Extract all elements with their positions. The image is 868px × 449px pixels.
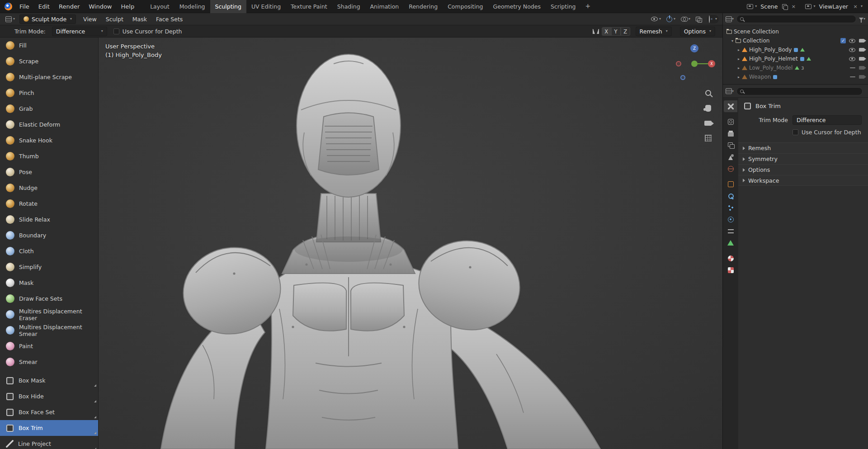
blender-logo-icon[interactable] — [5, 3, 12, 10]
workspace-tab-animation[interactable]: Animation — [365, 0, 404, 13]
tool-draw-face-sets[interactable]: Draw Face Sets — [0, 291, 98, 307]
trim-mode-dropdown[interactable]: Difference ▾ — [52, 27, 107, 36]
new-scene-icon[interactable] — [782, 4, 787, 9]
tool-box-trim[interactable]: Box Trim — [0, 420, 98, 436]
tab-tool[interactable] — [724, 100, 737, 112]
use-cursor-depth-checkbox[interactable] — [113, 28, 119, 34]
workspace-tab-uv-editing[interactable]: UV Editing — [246, 0, 286, 13]
editor-type-selector[interactable]: ▾ — [4, 16, 17, 22]
disclosure-icon[interactable]: ▸ — [736, 48, 742, 52]
workspace-tab-compositing[interactable]: Compositing — [443, 0, 488, 13]
disclosure-icon[interactable]: ▸ — [736, 66, 742, 70]
tab-texture[interactable] — [724, 264, 737, 276]
shading-solid-toggle[interactable] — [711, 18, 712, 20]
shading-wireframe-toggle[interactable] — [709, 16, 710, 23]
outliner-row-high-poly-helmet[interactable]: ▸ High_Poly_Helmet — [723, 54, 868, 63]
gizmo-neg-z-axis[interactable] — [680, 75, 685, 80]
hide-in-viewport-eye-icon[interactable] — [849, 48, 855, 52]
trim-mode-dropdown[interactable]: Difference — [793, 115, 862, 125]
options-dropdown[interactable]: Options ▾ — [680, 27, 715, 36]
workspace-tab-rendering[interactable]: Rendering — [404, 0, 443, 13]
tool-box-hide[interactable]: Box Hide — [0, 388, 98, 404]
menu-face-sets[interactable]: Face Sets — [151, 13, 187, 25]
unlink-scene-icon[interactable] — [791, 4, 796, 9]
tool-fill[interactable]: Fill — [0, 38, 98, 53]
gizmo-x-axis[interactable]: X — [708, 60, 715, 67]
remesh-dropdown[interactable]: Remesh ▾ — [636, 27, 672, 36]
tool-simplify[interactable]: Simplify — [0, 259, 98, 275]
outliner-row-high-poly-body[interactable]: ▸ High_Poly_Body — [723, 45, 868, 54]
disable-in-render-camera-icon[interactable] — [859, 48, 864, 52]
outliner-search[interactable] — [736, 15, 856, 23]
gizmos-dropdown[interactable]: ▾ — [666, 16, 675, 22]
overlays-dropdown[interactable]: ▾ — [681, 17, 690, 21]
view-layer-name[interactable]: ViewLayer — [817, 3, 850, 10]
workspace-tab-layout[interactable]: Layout — [145, 0, 175, 13]
tab-render[interactable] — [724, 116, 737, 128]
tool-multires-displacement-smear[interactable]: Multires Displacement Smear — [0, 322, 98, 338]
gizmo-y-axis[interactable] — [691, 61, 698, 67]
tab-physics[interactable] — [724, 213, 737, 225]
tab-object[interactable] — [724, 178, 737, 190]
workspace-tab-texture-paint[interactable]: Texture Paint — [286, 0, 332, 13]
disable-in-render-camera-icon[interactable] — [859, 57, 864, 61]
menu-mask[interactable]: Mask — [128, 13, 151, 25]
tool-boundary[interactable]: Boundary — [0, 227, 98, 243]
tool-paint[interactable]: Paint — [0, 338, 98, 354]
hide-in-viewport-eye-icon[interactable] — [849, 39, 855, 43]
menu-window[interactable]: Window — [84, 0, 116, 13]
hidden-eye-icon[interactable] — [850, 67, 855, 68]
menu-help[interactable]: Help — [117, 0, 139, 13]
tab-output[interactable] — [724, 128, 737, 139]
tool-nudge[interactable]: Nudge — [0, 180, 98, 196]
view-layer-browse-icon[interactable] — [805, 4, 811, 9]
tool-cloth[interactable]: Cloth — [0, 243, 98, 259]
mode-selector[interactable]: Sculpt Mode ▾ — [19, 14, 76, 24]
tool-elastic-deform[interactable]: Elastic Deform — [0, 117, 98, 132]
workspace-tab-scripting[interactable]: Scripting — [546, 0, 581, 13]
scene-browse-icon[interactable] — [747, 4, 753, 9]
scene-name[interactable]: Scene — [759, 3, 779, 10]
properties-search[interactable] — [736, 87, 863, 95]
pan-hand-icon[interactable] — [705, 105, 711, 112]
outliner-row-weapon[interactable]: ▸ Weapon — [723, 72, 868, 81]
tool-box-face-set[interactable]: Box Face Set — [0, 404, 98, 420]
tool-thumb[interactable]: Thumb — [0, 148, 98, 164]
tab-scene[interactable] — [724, 151, 737, 163]
workspace-tab-shading[interactable]: Shading — [332, 0, 365, 13]
camera-view-icon[interactable] — [704, 121, 712, 126]
tool-scrape[interactable]: Scrape — [0, 53, 98, 69]
tab-object-data[interactable] — [724, 237, 737, 249]
panel-symmetry[interactable]: Symmetry — [738, 153, 868, 164]
tab-modifiers[interactable] — [724, 190, 737, 202]
use-cursor-depth-checkbox[interactable] — [793, 129, 798, 135]
menu-view[interactable]: View — [79, 13, 101, 25]
tool-rotate[interactable]: Rotate — [0, 196, 98, 212]
tool-multiplane-scrape[interactable]: Multi-plane Scrape — [0, 69, 98, 85]
disclosure-icon[interactable]: ▸ — [736, 75, 742, 79]
tab-material[interactable] — [724, 252, 737, 264]
panel-workspace[interactable]: Workspace — [738, 175, 868, 186]
outliner-editor-icon[interactable] — [726, 16, 732, 22]
menu-edit[interactable]: Edit — [34, 0, 54, 13]
workspace-tab-geometry-nodes[interactable]: Geometry Nodes — [488, 0, 546, 13]
navigation-gizmo[interactable]: Z X — [674, 43, 715, 85]
workspace-tab-sculpting[interactable]: Sculpting — [210, 0, 246, 13]
zoom-icon[interactable] — [705, 90, 711, 96]
hide-in-viewport-eye-icon[interactable] — [849, 57, 855, 61]
workspace-tab-modeling[interactable]: Modeling — [175, 0, 210, 13]
tool-box-mask[interactable]: Box Mask — [0, 373, 98, 388]
properties-search-input[interactable] — [746, 88, 859, 95]
xray-toggle[interactable] — [696, 17, 702, 22]
tab-constraints[interactable] — [724, 225, 737, 237]
gizmo-neg-x-axis[interactable] — [676, 61, 681, 66]
object-visibility-dropdown[interactable]: ▾ — [651, 17, 661, 21]
collection-checkbox[interactable] — [840, 38, 846, 43]
tool-multires-displacement-eraser[interactable]: Multires Displacement Eraser — [0, 307, 98, 322]
toggle-perspective-grid-icon[interactable] — [705, 135, 712, 142]
outliner-row-scene-collection[interactable]: Scene Collection — [723, 27, 868, 36]
tool-mask[interactable]: Mask — [0, 275, 98, 291]
disable-in-render-camera-icon[interactable] — [859, 75, 864, 79]
tool-smear[interactable]: Smear — [0, 354, 98, 370]
disclosure-icon[interactable]: ▸ — [736, 57, 742, 61]
